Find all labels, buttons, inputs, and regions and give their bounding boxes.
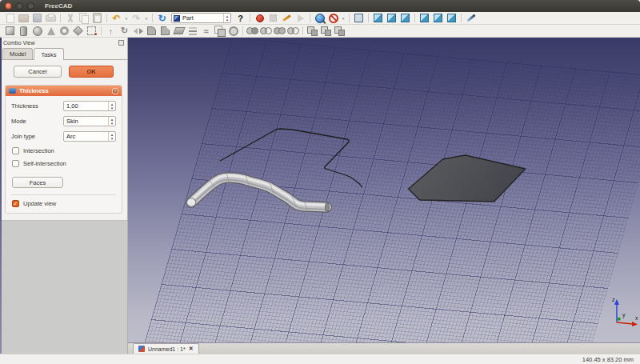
thickness-task-box: Thickness ? Thickness 1,00 Mode	[5, 85, 122, 214]
thickness-spinbox[interactable]: 1,00	[63, 101, 116, 111]
cancel-button[interactable]: Cancel	[14, 66, 62, 78]
panel-float-icon[interactable]	[118, 40, 124, 46]
part-extrude-icon[interactable]	[104, 25, 118, 37]
update-view-checkbox[interactable]: ✓	[12, 200, 19, 207]
dropdown-arrow-icon[interactable]: ▾	[340, 13, 346, 24]
part-revolve-icon[interactable]	[118, 25, 131, 37]
join-type-combobox[interactable]: Arc	[63, 131, 116, 142]
toolbar-separator	[152, 14, 153, 22]
macro-edit-icon[interactable]	[280, 12, 294, 24]
tab-model[interactable]: Model	[2, 48, 33, 59]
status-bar: 140.45 x 83.20 mm	[0, 354, 640, 364]
redo-icon[interactable]	[130, 12, 143, 24]
part-join-embed-icon[interactable]	[319, 25, 333, 37]
whats-this-icon[interactable]	[234, 12, 247, 24]
mode-label: Mode	[11, 118, 63, 125]
part-mirror-icon[interactable]	[131, 25, 145, 37]
dropdown-arrow-icon[interactable]: ▾	[123, 13, 130, 24]
part-offset-icon[interactable]	[213, 25, 226, 37]
window-close-button[interactable]	[5, 2, 12, 10]
view-left-icon[interactable]	[445, 12, 458, 24]
workbench-selector[interactable]: Part	[171, 13, 231, 23]
combobox-arrows-icon[interactable]	[108, 117, 115, 126]
toolbar-macro-view-group: ▾	[234, 12, 478, 25]
task-help-icon[interactable]: ?	[112, 88, 118, 94]
hexagon-face[interactable]	[409, 155, 526, 202]
part-loft-icon[interactable]	[186, 25, 199, 37]
part-box-icon[interactable]	[3, 25, 17, 37]
faces-button[interactable]: Faces	[12, 177, 63, 188]
undo-icon[interactable]	[110, 12, 123, 24]
refresh-icon[interactable]	[155, 12, 169, 24]
self-intersection-label: Self-intersection	[23, 160, 66, 167]
macro-record-icon[interactable]	[253, 12, 266, 24]
macro-play-icon[interactable]	[294, 12, 307, 24]
thickness-tool-icon	[9, 88, 16, 94]
pipe-end-cap	[325, 203, 329, 211]
part-cylinder-icon[interactable]	[17, 25, 30, 37]
combo-view-tabs: Model Tasks	[0, 48, 127, 60]
self-intersection-checkbox[interactable]	[12, 160, 19, 167]
part-common-icon[interactable]	[286, 25, 300, 37]
document-tab[interactable]: Unnamed1 : 1* ✕	[133, 343, 199, 354]
view-axonometric-icon[interactable]	[352, 12, 366, 24]
copy-icon[interactable]	[77, 12, 90, 24]
titlebar: FreeCAD	[0, 0, 640, 12]
part-join-cutout-icon[interactable]	[333, 25, 346, 37]
window-maximize-button[interactable]	[27, 2, 34, 10]
ok-button[interactable]: OK	[69, 66, 114, 78]
part-cone-icon[interactable]	[44, 25, 58, 37]
draw-style-icon[interactable]	[326, 12, 340, 24]
part-sweep-icon[interactable]	[199, 25, 213, 37]
window-title: FreeCAD	[45, 2, 72, 10]
document-tab-label: Unnamed1 : 1*	[148, 346, 186, 352]
part-thickness-icon[interactable]	[226, 25, 240, 37]
macro-stop-icon[interactable]	[266, 12, 280, 24]
pipe-end-cap	[187, 198, 196, 206]
mode-combobox[interactable]: Skin	[63, 116, 116, 126]
print-icon[interactable]	[44, 12, 58, 24]
workbench-selector-arrows-icon[interactable]	[223, 14, 230, 22]
part-boolean-icon[interactable]	[246, 25, 259, 37]
task-panel-filler	[0, 220, 127, 354]
save-icon[interactable]	[30, 12, 44, 24]
toolbar-separator	[414, 14, 415, 22]
open-icon[interactable]	[17, 12, 30, 24]
intersection-checkbox[interactable]	[12, 147, 19, 154]
view-rear-icon[interactable]	[418, 12, 431, 24]
view-bottom-icon[interactable]	[431, 12, 445, 24]
part-torus-icon[interactable]	[58, 25, 71, 37]
toolbar-separator	[242, 26, 243, 35]
part-join-connect-icon[interactable]	[306, 25, 319, 37]
combo-view-title: Combo View	[3, 40, 118, 46]
view-front-icon[interactable]	[371, 12, 385, 24]
part-ruled-surface-icon[interactable]	[172, 25, 186, 37]
window-minimize-button[interactable]	[16, 2, 23, 10]
part-chamfer-icon[interactable]	[158, 25, 172, 37]
part-primitives-icon[interactable]	[71, 25, 85, 37]
view-top-icon[interactable]	[385, 12, 398, 24]
dropdown-arrow-icon[interactable]: ▾	[143, 13, 150, 24]
part-cut-icon[interactable]	[259, 25, 273, 37]
part-fillet-icon[interactable]	[145, 25, 158, 37]
swept-pipe[interactable]	[187, 173, 330, 211]
tab-tasks[interactable]: Tasks	[34, 48, 63, 60]
combobox-arrows-icon[interactable]	[108, 132, 115, 141]
intersection-label: Intersection	[23, 147, 54, 154]
view-right-icon[interactable]	[398, 12, 412, 24]
cut-icon[interactable]	[63, 12, 77, 24]
update-view-label: Update view	[23, 200, 56, 207]
document-icon	[138, 346, 145, 352]
fit-all-icon[interactable]	[313, 12, 326, 24]
part-sphere-icon[interactable]	[30, 25, 44, 37]
axis-indicator: z x y	[612, 297, 638, 326]
new-document-icon[interactable]	[3, 12, 17, 24]
paste-icon[interactable]	[90, 12, 104, 24]
part-union-icon[interactable]	[273, 25, 286, 37]
part-shape-builder-icon[interactable]	[85, 25, 98, 37]
measure-distance-icon[interactable]	[464, 12, 478, 24]
3d-viewport[interactable]: z x y	[128, 38, 640, 342]
scene-svg: z x y	[128, 38, 640, 342]
tab-close-icon[interactable]: ✕	[189, 346, 194, 352]
spinbox-arrows-icon[interactable]	[108, 102, 115, 110]
